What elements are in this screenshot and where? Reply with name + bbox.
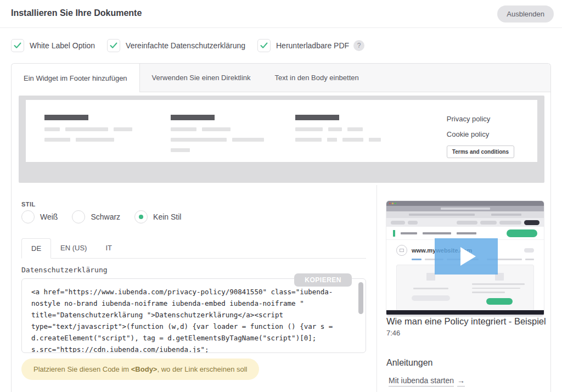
play-button[interactable]: [435, 238, 498, 275]
radio-label: Schwarz: [91, 212, 120, 221]
note-text: , wo der Link erscheinen soll: [157, 365, 247, 373]
skeleton-bar: [441, 208, 490, 210]
option-downloadable-pdf[interactable]: Herunterladbare PDF: [257, 39, 349, 52]
skeleton-bar: [391, 221, 405, 225]
privacy-policy-link: Privacy policy: [447, 115, 514, 123]
skeleton-column: [295, 115, 416, 162]
page-header: Installieren Sie Ihre Dokumente Ausblend…: [0, 0, 562, 28]
skeleton-bar: [295, 138, 322, 142]
skeleton-row: [295, 138, 416, 142]
install-method-tabs: Ein Widget im Footer hinzufügen Verwende…: [12, 64, 550, 92]
lang-tab-de[interactable]: DE: [21, 238, 51, 259]
skeleton-bar: [457, 221, 477, 225]
iubenda-logo-icon: [393, 230, 395, 237]
radio-circle[interactable]: [21, 210, 35, 223]
skeleton-bar: [44, 138, 70, 142]
radio-no-style[interactable]: Kein Stil: [134, 210, 181, 223]
style-section-label: STIL: [21, 201, 36, 208]
document-icon: [426, 273, 435, 281]
skeleton-bar: [499, 221, 521, 225]
radio-dot-icon: [139, 215, 143, 219]
skeleton-bar: [524, 248, 534, 253]
skeleton-bar: [413, 288, 448, 289]
option-label: Herunterladbare PDF: [276, 41, 349, 50]
account-bar: [386, 218, 544, 227]
tab-embed-body[interactable]: Text in den Body einbetten: [263, 64, 371, 92]
copy-button[interactable]: KOPIEREN: [294, 273, 352, 287]
document-options-row: White Label Option Vereinfachte Datensch…: [11, 39, 364, 52]
skeleton-bar: [171, 138, 227, 142]
skeleton-bar: [457, 232, 476, 234]
browser-chrome-bar: [386, 201, 544, 206]
skeleton-bar: [401, 232, 417, 234]
skeleton-bar: [472, 288, 520, 289]
skeleton-title-bar: [171, 115, 215, 120]
cookie-policy-link: Cookie policy: [447, 130, 514, 138]
radio-black[interactable]: Schwarz: [72, 210, 120, 223]
skeleton-bar: [472, 283, 525, 285]
video-progress-bar: [386, 310, 544, 315]
lang-tab-en-us[interactable]: EN (US): [51, 238, 96, 258]
skeleton-bar: [369, 138, 381, 142]
arrow-right-icon: →: [457, 376, 465, 387]
embed-code-textarea[interactable]: <a href="https://www.iubenda.com/privacy…: [21, 278, 366, 353]
option-simplified-privacy-policy[interactable]: Vereinfachte Datenschutzerklärung: [107, 39, 245, 52]
skeleton-bar: [409, 214, 475, 216]
skeleton-bar: [76, 138, 114, 142]
note-text: Platzieren Sie diesen Code im: [33, 365, 131, 373]
skeleton-bar: [472, 292, 505, 293]
radio-label: Weiß: [40, 212, 58, 221]
tab-direct-link[interactable]: Verwenden Sie einen Direktlink: [140, 64, 263, 92]
embed-code-section: KOPIEREN <a href="https://www.iubenda.co…: [21, 278, 366, 353]
radio-circle-selected[interactable]: [134, 210, 148, 223]
skeleton-bar: [412, 295, 450, 301]
browser-url-bar: [386, 211, 544, 218]
check-icon: [14, 42, 21, 49]
content-divider: [376, 185, 377, 392]
option-label: White Label Option: [30, 41, 95, 50]
skeleton-row: [44, 127, 171, 131]
placement-note: Platzieren Sie diesen Code im <Body>, wo…: [21, 359, 259, 380]
skeleton-row: [171, 127, 295, 131]
skeleton-bar: [202, 127, 231, 131]
help-icon[interactable]: ?: [353, 40, 364, 51]
option-white-label[interactable]: White Label Option: [11, 39, 95, 52]
language-tabs: DE EN (US) IT: [21, 238, 366, 259]
radio-circle[interactable]: [72, 210, 85, 223]
skeleton-bar: [232, 138, 264, 142]
option-label: Vereinfachte Datenschutzerklärung: [126, 41, 245, 50]
style-radio-group: Weiß Schwarz Kein Stil: [21, 210, 181, 223]
install-panel: Ein Widget im Footer hinzufügen Verwende…: [11, 63, 551, 392]
skeleton-bar: [347, 127, 363, 131]
white-label-checkbox[interactable]: [11, 39, 24, 52]
code-block-label: Datenschutzerklärung: [21, 266, 108, 274]
tab-widget-footer[interactable]: Ein Widget im Footer hinzufügen: [12, 64, 140, 92]
skeleton-bar: [480, 221, 497, 225]
lang-tab-it[interactable]: IT: [96, 238, 121, 258]
skeleton-row: [171, 148, 295, 152]
skeleton-row: [295, 127, 416, 131]
radio-white[interactable]: Weiß: [21, 210, 58, 223]
footer-widget-preview: Privacy policy Cookie policy Terms and c…: [19, 96, 544, 183]
mac-zoom-icon: [395, 203, 396, 204]
video-thumbnail[interactable]: www.mywebsite.com: [386, 201, 544, 316]
mac-minimize-icon: [392, 203, 394, 204]
skeleton-bar: [171, 127, 196, 131]
skeleton-bar: [114, 127, 132, 131]
footer-preview-card: Privacy policy Cookie policy Terms and c…: [26, 100, 537, 162]
mac-close-icon: [389, 203, 391, 204]
preview-policy-links: Privacy policy Cookie policy Terms and c…: [447, 115, 522, 162]
logout-pill: [524, 220, 539, 225]
code-scrollbar[interactable]: [358, 282, 363, 314]
skeleton-bar: [328, 127, 342, 131]
skeleton-column: [44, 115, 171, 162]
simplified-privacy-checkbox[interactable]: [107, 39, 120, 52]
guide-link-get-started[interactable]: Mit iubenda starten→: [389, 376, 465, 385]
downloadable-pdf-checkbox[interactable]: [257, 39, 271, 52]
start-generating-pill: [507, 229, 537, 237]
guide-link-label: Mit iubenda starten: [389, 376, 454, 387]
hide-button[interactable]: Ausblenden: [497, 5, 554, 23]
skeleton-column: [171, 115, 295, 162]
skeleton-bar: [342, 138, 363, 142]
skeleton-bar: [412, 259, 422, 260]
